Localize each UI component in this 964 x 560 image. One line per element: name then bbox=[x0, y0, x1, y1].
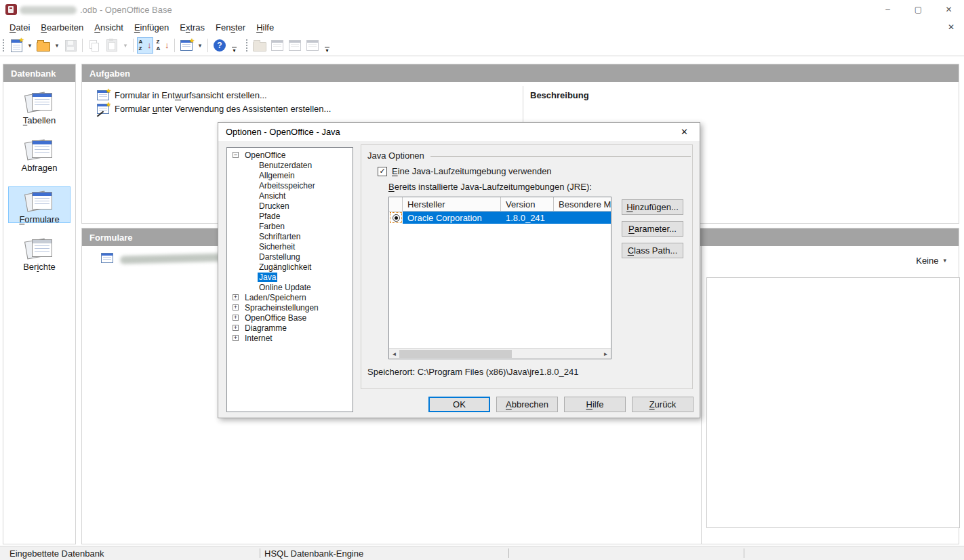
tree-item-arbeitsspeicher[interactable]: Arbeitsspeicher bbox=[227, 180, 353, 191]
button-hinzufgen[interactable]: Hinzufügen... bbox=[622, 199, 683, 215]
toolbar-grip[interactable] bbox=[2, 39, 5, 52]
tree-item-openoffice-base[interactable]: +OpenOffice Base bbox=[227, 313, 353, 323]
collapse-minus-icon[interactable]: − bbox=[233, 152, 239, 158]
expand-plus-icon[interactable]: + bbox=[233, 304, 239, 311]
new-document-dropdown[interactable]: ▾ bbox=[26, 37, 34, 54]
tree-item-online-update[interactable]: Online Update bbox=[227, 282, 353, 292]
scroll-right-icon[interactable]: ► bbox=[601, 349, 611, 359]
tree-item-label: OpenOffice bbox=[243, 151, 287, 160]
expand-plus-icon[interactable]: + bbox=[233, 294, 239, 300]
sort-ascending-button[interactable]: A Z ↓ bbox=[137, 37, 153, 54]
tree-item-zug-nglichkeit[interactable]: Zugänglichkeit bbox=[227, 262, 353, 272]
tree-item-label: Internet bbox=[243, 334, 274, 343]
menu-einfgen[interactable]: Einfügen bbox=[129, 20, 174, 35]
tree-item-label: Benutzerdaten bbox=[258, 161, 313, 170]
form-document-icon bbox=[101, 253, 113, 263]
menu-datei[interactable]: Datei bbox=[4, 20, 35, 35]
sort-descending-button[interactable]: Z A ↓ bbox=[155, 37, 171, 54]
tree-item-label: Darstellung bbox=[258, 252, 302, 262]
jre-radio-cell[interactable] bbox=[389, 212, 403, 224]
column-header-hersteller[interactable]: Hersteller bbox=[403, 197, 501, 211]
expand-plus-icon[interactable]: + bbox=[233, 315, 239, 321]
database-sidebar: Datenbank TabellenAbfragenFormulareBeric… bbox=[3, 64, 76, 544]
tree-item-java[interactable]: Java bbox=[227, 272, 353, 282]
help-button[interactable]: ? bbox=[212, 37, 228, 54]
column-header-version[interactable]: Version bbox=[501, 197, 554, 211]
tree-item-label: Ansicht bbox=[258, 191, 287, 201]
chevron-down-icon: ▾ bbox=[56, 43, 59, 49]
new-document-button[interactable]: ★ bbox=[8, 37, 24, 54]
tables-icon bbox=[24, 92, 54, 113]
expand-plus-icon[interactable]: + bbox=[233, 325, 239, 331]
use-jre-checkbox-label: Eine Java-Laufzeitumgebung verwenden bbox=[392, 166, 552, 176]
menu-fenster[interactable]: Fenster bbox=[210, 20, 251, 35]
column-header-merkmale[interactable]: Besondere Merkmale bbox=[554, 197, 611, 211]
tree-item-label: Pfade bbox=[258, 212, 281, 221]
new-form-object-dropdown[interactable]: ▾ bbox=[196, 37, 204, 54]
button-classpath[interactable]: Class Path... bbox=[622, 243, 683, 258]
tree-item-spracheinstellungen[interactable]: +Spracheinstellungen bbox=[227, 302, 353, 313]
redacted-filename bbox=[20, 6, 77, 14]
menu-extras[interactable]: Extras bbox=[174, 20, 210, 35]
menu-ansicht[interactable]: Ansicht bbox=[89, 20, 129, 35]
tree-item-benutzerdaten[interactable]: Benutzerdaten bbox=[227, 160, 353, 170]
button-ok[interactable]: OK bbox=[428, 397, 490, 412]
preview-dropdown[interactable]: Keine ▾ bbox=[916, 256, 946, 266]
group-label: Java Optionen bbox=[367, 151, 424, 161]
tree-item-diagramme[interactable]: +Diagramme bbox=[227, 323, 353, 333]
scrollbar-thumb[interactable] bbox=[399, 350, 512, 358]
toolbar-grip[interactable] bbox=[245, 39, 249, 52]
tree-item-laden-speichern[interactable]: +Laden/Speichern bbox=[227, 292, 353, 302]
menu-bearbeiten[interactable]: Bearbeiten bbox=[35, 20, 89, 35]
tree-item-internet[interactable]: +Internet bbox=[227, 333, 353, 343]
toolbar-separator bbox=[174, 39, 175, 52]
tree-item-schriftarten[interactable]: Schriftarten bbox=[227, 231, 353, 241]
jre-table-row[interactable]: Oracle Corporation1.8.0_241 bbox=[389, 212, 611, 224]
task-item-label: Formular unter Verwendung des Assistente… bbox=[115, 104, 331, 114]
tree-item-drucken[interactable]: Drucken bbox=[227, 201, 353, 211]
help-icon: ? bbox=[214, 39, 226, 52]
wand-icon bbox=[97, 111, 104, 117]
tree-item-pfade[interactable]: Pfade bbox=[227, 211, 353, 221]
toolbar-overflow-button[interactable]: ▾ bbox=[323, 47, 332, 56]
close-icon[interactable]: ✕ bbox=[933, 0, 964, 19]
tree-item-openoffice[interactable]: −OpenOffice bbox=[227, 150, 353, 160]
close-document-icon[interactable]: ✕ bbox=[945, 21, 957, 33]
button-parameter[interactable]: Parameter... bbox=[622, 221, 683, 237]
rename-document-icon bbox=[306, 40, 319, 51]
tree-item-allgemein[interactable]: Allgemein bbox=[227, 170, 353, 180]
sidebar-header: Datenbank bbox=[3, 64, 75, 82]
openoffice-base-app-icon bbox=[5, 4, 17, 15]
expand-plus-icon[interactable]: + bbox=[233, 335, 239, 341]
scroll-left-icon[interactable]: ◄ bbox=[389, 349, 399, 359]
open-button[interactable] bbox=[35, 37, 52, 54]
sidebar-item-tabellen[interactable]: Tabellen bbox=[8, 87, 71, 124]
horizontal-scrollbar[interactable]: ◄ ► bbox=[389, 348, 611, 359]
new-form-object-button[interactable]: ★ bbox=[178, 37, 195, 54]
open-dropdown[interactable]: ▾ bbox=[53, 37, 61, 54]
button-zurck[interactable]: Zurück bbox=[632, 397, 694, 412]
sidebar-item-abfragen[interactable]: Abfragen bbox=[8, 135, 71, 172]
checkbox-check-icon[interactable]: ✓ bbox=[378, 167, 387, 176]
minimize-icon[interactable]: – bbox=[872, 0, 903, 19]
toolbar-separator bbox=[207, 39, 208, 52]
maximize-icon[interactable]: ▢ bbox=[903, 0, 933, 19]
sidebar-item-berichte[interactable]: Berichte bbox=[8, 234, 71, 271]
tree-item-label: Zugänglichkeit bbox=[258, 262, 313, 272]
menu-hilfe[interactable]: Hilfe bbox=[251, 20, 279, 35]
status-separator bbox=[744, 548, 744, 558]
button-abbrechen[interactable]: Abbrechen bbox=[496, 397, 558, 412]
sidebar-item-formulare[interactable]: Formulare bbox=[8, 186, 71, 223]
tree-item-darstellung[interactable]: Darstellung bbox=[227, 252, 353, 262]
task-item-2[interactable]: ★Formular unter Verwendung des Assistent… bbox=[97, 102, 331, 115]
task-item-1[interactable]: ★Formular in Entwurfsansicht erstellen..… bbox=[97, 89, 267, 101]
button-hilfe[interactable]: Hilfe bbox=[564, 397, 626, 412]
preview-area bbox=[706, 277, 960, 528]
toolbar-overflow-button[interactable]: ▾ bbox=[230, 47, 239, 56]
form-design-icon: ★ bbox=[97, 90, 109, 100]
tree-item-ansicht[interactable]: Ansicht bbox=[227, 191, 353, 201]
use-jre-checkbox[interactable]: ✓ Eine Java-Laufzeitumgebung verwenden bbox=[378, 166, 552, 176]
dialog-close-icon[interactable]: ✕ bbox=[669, 123, 700, 141]
tree-item-sicherheit[interactable]: Sicherheit bbox=[227, 241, 353, 252]
tree-item-farben[interactable]: Farben bbox=[227, 221, 353, 231]
